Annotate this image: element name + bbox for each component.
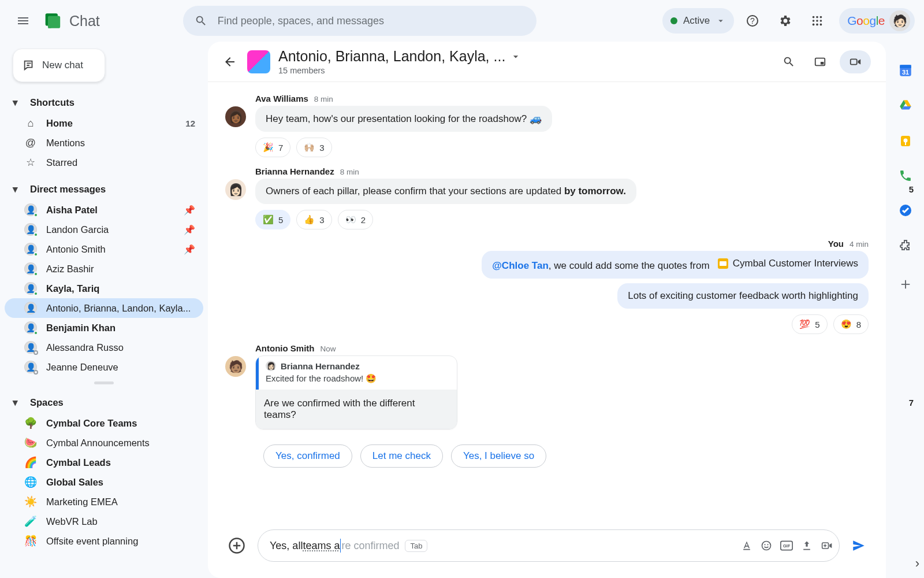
quoted-message[interactable]: 👩🏻Brianna Hernandez Excited for the road… (255, 355, 457, 429)
section-dms[interactable]: ▾ Direct messages 5 (5, 178, 203, 200)
gear-icon (778, 14, 792, 28)
space-row[interactable]: 🌐Global Sales (5, 472, 203, 492)
phone-icon (899, 169, 912, 183)
smart-reply-row: Yes, confirmed Let me check Yes, I belie… (263, 444, 869, 468)
dm-row[interactable]: 👤Aisha Patel📌 (5, 200, 203, 220)
chevron-down-icon (716, 16, 726, 26)
search-bar[interactable] (183, 6, 536, 36)
doc-chip[interactable]: Cymbal Customer Interviews (718, 258, 858, 269)
reaction-chip[interactable]: 👀2 (338, 210, 373, 229)
svg-text:GIF: GIF (783, 543, 791, 549)
drive-button[interactable] (898, 98, 913, 113)
conversation-search-button[interactable] (777, 50, 800, 73)
top-bar: Chat Active ? Google 🧑🏻 (0, 0, 924, 42)
dm-row[interactable]: 👤Alessandra Russo (5, 338, 203, 357)
dm-row[interactable]: 👤Jeanne Deneuve (5, 357, 203, 377)
keep-icon (899, 134, 912, 148)
nav-mentions[interactable]: @ Mentions (5, 133, 203, 153)
pin-icon: 📌 (184, 224, 195, 235)
avatar: 👤 (24, 203, 37, 216)
video-call-button[interactable] (840, 50, 871, 73)
message-bubble: @Chloe Tan, we could add some the quotes… (482, 251, 869, 279)
emoji-button[interactable] (761, 540, 772, 551)
chevron-down-icon (510, 51, 521, 62)
avatar: 👤 (24, 361, 37, 373)
space-row[interactable]: ☀️Marketing EMEA (5, 492, 203, 512)
space-row[interactable]: 🧪WebVR Lab (5, 512, 203, 531)
reaction-chip[interactable]: 🎉7 (255, 138, 290, 157)
message-scroll[interactable]: 👩🏾 Ava Williams8 min Hey team, how's our… (208, 82, 886, 529)
drive-icon (898, 98, 913, 113)
space-row[interactable]: 🌳Cymbal Core Teams (5, 413, 203, 433)
space-emoji-icon: 🧪 (24, 515, 37, 528)
addons-button[interactable] (899, 238, 912, 252)
nav-starred[interactable]: ☆ Starred (5, 153, 203, 172)
settings-button[interactable] (771, 7, 799, 35)
compose-add-button[interactable] (225, 534, 248, 557)
format-button[interactable] (741, 540, 752, 551)
reaction-chip[interactable]: 😍8 (833, 314, 869, 334)
space-emoji-icon: 🌈 (24, 456, 37, 469)
smart-reply-button[interactable]: Yes, confirmed (263, 444, 352, 468)
reaction-chip[interactable]: 🙌🏼3 (296, 138, 331, 157)
dm-row[interactable]: 👤Landon Garcia📌 (5, 220, 203, 239)
account-chip[interactable]: Google 🧑🏻 (839, 8, 915, 34)
keep-button[interactable] (899, 134, 912, 148)
dm-row[interactable]: 👤Kayla, Tariq (5, 279, 203, 298)
caret-down-icon: ▾ (13, 97, 21, 108)
smart-reply-button[interactable]: Let me check (360, 444, 443, 468)
space-emoji-icon: 🎊 (24, 535, 37, 547)
search-input[interactable] (217, 14, 525, 28)
calendar-button[interactable]: 31 (898, 62, 913, 77)
avatar: 👩🏾 (225, 106, 246, 127)
star-icon: ☆ (24, 156, 37, 169)
smart-reply-button[interactable]: Yes, I believe so (451, 444, 546, 468)
space-emoji-icon: 🌐 (24, 476, 37, 488)
resize-handle[interactable] (94, 381, 114, 384)
present-button[interactable] (808, 50, 832, 73)
video-attach-button[interactable] (821, 540, 833, 551)
space-row[interactable]: 🎊Offsite event planning (5, 531, 203, 551)
collapse-panel-button[interactable]: › (915, 556, 919, 571)
dm-row[interactable]: 👤Antonio, Brianna, Landon, Kayla... (5, 298, 203, 318)
conversation-title[interactable]: Antonio, Brianna, Landon, Kayla, ... (278, 48, 521, 65)
reaction-chip[interactable]: 👍3 (296, 210, 331, 229)
mention-chip[interactable]: @Chloe Tan (492, 260, 548, 271)
apps-button[interactable] (803, 7, 831, 35)
app-title: Chat (69, 13, 100, 29)
svg-point-11 (816, 24, 818, 26)
add-panel-button[interactable]: ＋ (897, 273, 914, 295)
reaction-chip[interactable]: ✅5 (255, 210, 290, 229)
nav-home[interactable]: ⌂ Home 12 (5, 113, 203, 133)
plus-circle-icon (228, 537, 245, 554)
call-button[interactable] (899, 169, 912, 183)
section-spaces[interactable]: ▾ Spaces 7 (5, 391, 203, 413)
avatar: 👩🏻 (266, 361, 276, 371)
space-row[interactable]: 🌈Cymbal Leads (5, 453, 203, 472)
help-button[interactable]: ? (739, 7, 766, 35)
space-emoji-icon: ☀️ (24, 495, 37, 508)
gif-button[interactable]: GIF (780, 540, 793, 551)
message-row: 👩🏻 Brianna Hernandez8 min Owners of each… (225, 162, 869, 234)
menu-button[interactable] (9, 7, 37, 35)
profile-avatar[interactable]: 🧑🏻 (889, 10, 910, 31)
avatar: 👤 (24, 321, 37, 334)
tasks-button[interactable] (899, 203, 912, 217)
svg-rect-14 (821, 62, 824, 65)
status-selector[interactable]: Active (662, 8, 734, 34)
send-button[interactable] (849, 538, 869, 553)
dm-row[interactable]: 👤Aziz Bashir (5, 259, 203, 279)
avatar: 👤 (24, 243, 37, 255)
upload-button[interactable] (801, 540, 813, 551)
new-chat-button[interactable]: New chat (13, 49, 105, 82)
section-shortcuts[interactable]: ▾ Shortcuts (5, 91, 203, 113)
back-button[interactable] (223, 55, 239, 69)
reaction-chip[interactable]: 💯5 (792, 314, 827, 334)
svg-point-12 (820, 24, 822, 26)
dm-row[interactable]: 👤Antonio Smith📌 (5, 239, 203, 259)
message-bubble: Lots of exciting customer feedback worth… (617, 283, 869, 309)
compose-input[interactable]: Yes, all teams are confirmed Tab GIF (258, 529, 840, 562)
space-row[interactable]: 🍉Cymbal Announcements (5, 433, 203, 453)
dm-row[interactable]: 👤Benjamin Khan (5, 318, 203, 338)
home-icon: ⌂ (24, 117, 37, 129)
